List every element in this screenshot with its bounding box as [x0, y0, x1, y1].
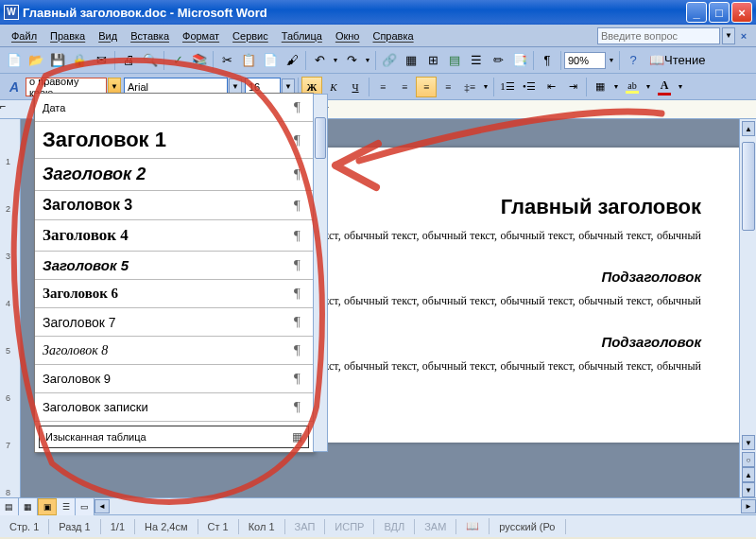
style-item-heading5[interactable]: Заголовок 5¶	[35, 252, 313, 280]
help-button[interactable]: ?	[623, 50, 644, 71]
columns-button[interactable]: ☰	[466, 50, 487, 71]
status-ext[interactable]: ВДЛ	[374, 519, 415, 534]
style-item-heading8[interactable]: Заголовок 8¶	[35, 337, 313, 365]
status-spell-icon[interactable]: 📖	[456, 518, 490, 534]
zoom-combo[interactable]: 90%	[564, 52, 606, 69]
line-spacing-button[interactable]: ‡≡	[459, 77, 480, 97]
style-item-heading4[interactable]: Заголовок 4¶	[35, 220, 313, 252]
undo-button[interactable]: ↶	[309, 50, 330, 71]
zoom-dropdown-icon[interactable]: ▼	[607, 57, 616, 63]
menu-edit[interactable]: Правка	[44, 28, 91, 43]
menu-insert[interactable]: Вставка	[125, 28, 175, 43]
open-button[interactable]: 📂	[26, 50, 46, 71]
browse-object-icon[interactable]: ○	[742, 452, 755, 467]
hyperlink-button[interactable]: 🔗	[379, 50, 400, 71]
style-item-heading3[interactable]: Заголовок 3¶	[35, 191, 313, 220]
doc-map-button[interactable]: 📑	[509, 50, 530, 71]
font-color-dropdown-icon[interactable]: ▼	[676, 83, 685, 90]
normal-view-button[interactable]: ▤	[0, 498, 19, 515]
redo-button[interactable]: ↷	[341, 50, 362, 71]
show-marks-button[interactable]: ¶	[537, 50, 558, 71]
print-preview-button[interactable]: 🔍	[140, 50, 161, 71]
help-dropdown-icon[interactable]: ▼	[722, 27, 735, 44]
vertical-ruler[interactable]: 1 2 3 4 5 6 7 8	[0, 119, 21, 497]
styles-scroll-thumb[interactable]	[315, 117, 326, 159]
hscroll-right-icon[interactable]: ►	[741, 499, 756, 513]
line-spacing-dropdown-icon[interactable]: ▼	[481, 83, 490, 90]
undo-dropdown-icon[interactable]: ▼	[331, 57, 340, 63]
menu-format[interactable]: Формат	[177, 28, 225, 43]
status-page[interactable]: Стр. 1	[0, 519, 49, 534]
close-button[interactable]: ×	[731, 2, 752, 23]
menu-help[interactable]: Справка	[367, 28, 419, 43]
research-button[interactable]: 📚	[189, 50, 210, 71]
increase-indent-button[interactable]: ⇥	[562, 77, 583, 97]
format-painter-button[interactable]: 🖌	[282, 50, 302, 71]
menu-window[interactable]: Окно	[330, 28, 366, 43]
redo-dropdown-icon[interactable]: ▼	[363, 57, 372, 63]
drawing-button[interactable]: ✏	[488, 50, 508, 71]
minimize-button[interactable]: _	[686, 2, 707, 23]
status-trk[interactable]: ИСПР	[325, 519, 374, 534]
close-doc-button[interactable]: ×	[737, 30, 750, 42]
print-button[interactable]: 🖨	[118, 50, 139, 71]
vertical-scrollbar[interactable]: ▲ ▼ ○ ▲ ▼	[739, 119, 756, 497]
status-rec[interactable]: ЗАП	[285, 519, 326, 534]
styles-pane-icon[interactable]: A	[4, 79, 25, 95]
highlight-button[interactable]: ab	[622, 77, 643, 97]
menu-table[interactable]: Таблица	[276, 28, 328, 43]
menu-view[interactable]: Вид	[93, 28, 123, 43]
scroll-thumb[interactable]	[742, 142, 755, 231]
borders-button[interactable]: ▦	[590, 77, 610, 97]
styles-dropdown-scrollbar[interactable]	[313, 94, 328, 452]
bullet-list-button[interactable]: •☰	[519, 77, 540, 97]
paste-button[interactable]: 📄	[260, 50, 281, 71]
align-right-button[interactable]: ≡	[416, 77, 437, 97]
status-section[interactable]: Разд 1	[49, 519, 100, 534]
font-color-button[interactable]: A	[654, 77, 675, 97]
reading-layout-button[interactable]: 📖 Чтение	[644, 50, 710, 71]
excel-button[interactable]: ▤	[444, 50, 465, 71]
copy-button[interactable]: 📋	[238, 50, 259, 71]
prev-page-icon[interactable]: ▲	[742, 467, 755, 482]
align-left-button[interactable]: ≡	[372, 77, 393, 97]
next-page-icon[interactable]: ▼	[742, 482, 755, 497]
align-center-button[interactable]: ≡	[394, 77, 415, 97]
style-item-heading9[interactable]: Заголовок 9¶	[35, 365, 313, 393]
borders-dropdown-icon[interactable]: ▼	[611, 83, 621, 90]
style-item-table[interactable]: Изысканная таблица▦	[39, 426, 309, 448]
permission-button[interactable]: 🔒	[69, 50, 90, 71]
help-search-input[interactable]	[597, 27, 720, 44]
style-item-heading7[interactable]: Заголовок 7¶	[35, 308, 313, 337]
style-item-heading2[interactable]: Заголовок 2¶	[35, 159, 313, 191]
underline-button[interactable]: Ч	[345, 77, 366, 97]
hscroll-left-icon[interactable]: ◄	[94, 499, 110, 513]
maximize-button[interactable]: □	[709, 2, 730, 23]
style-item-heading1[interactable]: Заголовок 1¶	[35, 122, 313, 159]
outline-view-button[interactable]: ☰	[57, 498, 76, 515]
style-item-date[interactable]: Дата¶	[35, 94, 313, 122]
status-ovr[interactable]: ЗАМ	[415, 519, 456, 534]
status-language[interactable]: русский (Ро	[490, 519, 565, 534]
insert-table-button[interactable]: ⊞	[422, 50, 443, 71]
scroll-down-icon[interactable]: ▼	[742, 435, 755, 450]
web-view-button[interactable]: ▦	[19, 498, 38, 515]
decrease-indent-button[interactable]: ⇤	[541, 77, 561, 97]
reading-view-button[interactable]: ▭	[76, 498, 94, 515]
numbered-list-button[interactable]: 1☰	[497, 77, 518, 97]
highlight-dropdown-icon[interactable]: ▼	[644, 83, 653, 90]
new-doc-button[interactable]: 📄	[4, 50, 25, 71]
tables-borders-button[interactable]: ▦	[401, 50, 421, 71]
style-item-note-heading[interactable]: Заголовок записки¶	[35, 393, 313, 422]
menu-file[interactable]: Файл	[6, 28, 43, 43]
save-button[interactable]: 💾	[47, 50, 68, 71]
styles-dropdown[interactable]: Дата¶ Заголовок 1¶ Заголовок 2¶ Заголово…	[34, 93, 314, 453]
mail-button[interactable]: ✉	[91, 50, 112, 71]
cut-button[interactable]: ✂	[216, 50, 237, 71]
style-item-heading6[interactable]: Заголовок 6¶	[35, 280, 313, 308]
print-layout-view-button[interactable]: ▣	[38, 498, 57, 515]
scroll-up-icon[interactable]: ▲	[742, 121, 755, 136]
horizontal-scrollbar[interactable]: ◄ ►	[94, 498, 756, 514]
menu-tools[interactable]: Сервис	[227, 28, 274, 43]
spelling-button[interactable]: ✓	[167, 50, 188, 71]
